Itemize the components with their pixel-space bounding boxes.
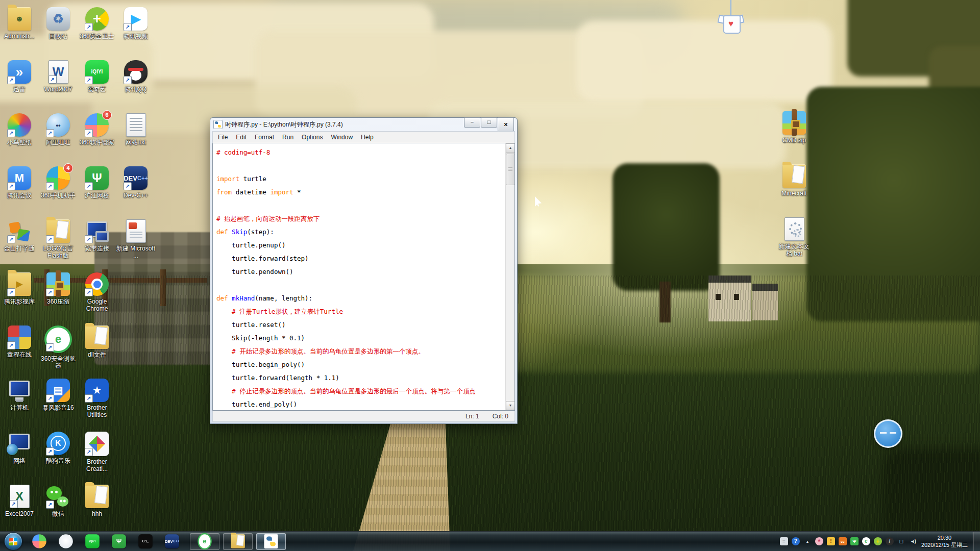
window-titlebar[interactable]: 时钟程序.py - E:\python\时钟程序.py (3.7.4) − □ … xyxy=(210,118,517,131)
desktop-icon-computer[interactable]: 计算机 xyxy=(0,379,39,411)
desktop-icon-logo-flash[interactable]: ↗LOGO语言Flash版 xyxy=(39,219,78,259)
desktop-icon-broadband[interactable]: ↗宽带连接 xyxy=(78,219,116,252)
desktop-icon-hujiang[interactable]: Ψ↗沪江网校 xyxy=(78,166,116,199)
taskbar-pinned-iqiyi[interactable]: iQIYI xyxy=(83,533,102,550)
desktop-icon-recycle-bin[interactable]: ♻回收站 xyxy=(39,7,78,40)
close-button[interactable]: × xyxy=(498,117,514,132)
notification-badge: 4 xyxy=(63,163,73,173)
tray-wallpaper-flower-icon[interactable]: * xyxy=(815,537,823,545)
desktop-icon-brother-utilities[interactable]: ★↗Brother Utilities xyxy=(78,379,116,418)
desktop-icon-kingsoft-typing[interactable]: ↗金山打字通 xyxy=(0,219,39,252)
shortcut-arrow-overlay: ↗ xyxy=(124,23,132,31)
desktop-icon-bird-wallpaper[interactable]: ↗小鸟壁纸 xyxy=(0,113,39,146)
360-float-ball[interactable] xyxy=(874,419,902,448)
heart-icon: ♥ xyxy=(728,19,733,29)
desktop-icon-tencent-film[interactable]: ▶↗腾讯影视库 xyxy=(0,272,39,305)
desktop-icon-chrome[interactable]: ↗Google Chrome xyxy=(78,272,116,312)
taskbar-open-file-explorer[interactable] xyxy=(223,533,253,550)
desktop-icon-kugou[interactable]: K↗酷狗音乐 xyxy=(39,432,78,464)
desktop-icon-aliwangwang[interactable]: ••↗阿里旺旺 xyxy=(39,113,78,146)
vertical-scrollbar[interactable]: ▲ ▼ xyxy=(505,143,514,410)
tray-keyboard-icon[interactable]: ≡ xyxy=(780,537,788,545)
taskbar-pinned-dev-cpp[interactable]: DEVC++ xyxy=(162,533,182,550)
taskbar-pinned-bird-pet[interactable] xyxy=(56,533,76,550)
show-desktop-button[interactable] xyxy=(973,532,980,551)
desktop-icon-word2007[interactable]: W↗Word2007 xyxy=(39,60,78,93)
menu-run[interactable]: Run xyxy=(278,134,298,141)
desktop-icon-label: 腾讯QQ xyxy=(116,86,155,93)
clock-date: 2020/12/15 星期二 xyxy=(921,541,968,548)
desktop-icon-brother-creative[interactable]: ↗Brother Creati... xyxy=(78,432,116,472)
desktop-icon-dev-cpp[interactable]: DEVC++↗Dev-C++ xyxy=(116,166,155,199)
tencent-video-icon: ▶↗ xyxy=(124,7,148,31)
desktop-icon-tencent-meeting[interactable]: M↗腾讯会议 xyxy=(0,166,39,199)
desktop-icon-360-manager[interactable]: ↗6360软件管家 xyxy=(78,113,116,146)
desktop-icon-xunlei[interactable]: »↗迅雷 xyxy=(0,60,39,93)
desktop-icon-360-safe[interactable]: +↗360安全卫士 xyxy=(78,7,116,40)
menu-window[interactable]: Window xyxy=(327,134,357,141)
tray-360-safe-icon[interactable]: + xyxy=(874,537,882,545)
menu-help[interactable]: Help xyxy=(357,134,378,141)
minimize-button[interactable]: − xyxy=(464,117,480,128)
code-line: turtle.begin_poly() xyxy=(216,358,502,371)
idle-editor-window[interactable]: 时钟程序.py - E:\python\时钟程序.py (3.7.4) − □ … xyxy=(210,117,518,424)
code-editor-area[interactable]: # coding=utf-8 import turtlefrom datetim… xyxy=(212,143,515,411)
tray-hujiang-icon[interactable]: Ψ xyxy=(850,537,859,545)
desktop-icon-tencent-video[interactable]: ▶↗腾讯视频 xyxy=(116,7,155,40)
desktop-icon-minecraft-folder[interactable]: Minecraft xyxy=(772,164,817,197)
tray-help-icon[interactable]: ? xyxy=(792,537,800,545)
menu-file[interactable]: File xyxy=(214,134,232,141)
desktop-icon-360-phone-helper[interactable]: ↗4360手机助手 xyxy=(39,166,78,199)
tray-wangwang-icon[interactable]: ! xyxy=(827,537,835,545)
desktop-icon-new-powerpoint[interactable]: 新建 Microsoft ... xyxy=(116,219,155,259)
tencent-qq-icon: ↗ xyxy=(124,60,148,84)
desktop-icon-label: LOGO语言Flash版 xyxy=(39,245,78,259)
desktop-icon-label: Google Chrome xyxy=(78,298,116,312)
desktop-icon-excel2007[interactable]: X↗Excel2007 xyxy=(0,485,39,517)
desktop-icon-iqiyi[interactable]: iQIYI↗爱奇艺 xyxy=(78,60,116,93)
scroll-up-arrow[interactable]: ▲ xyxy=(506,143,515,153)
taskbar-open-python-idle[interactable] xyxy=(256,533,286,550)
menu-options[interactable]: Options xyxy=(298,134,327,141)
desktop-icon-360-zip[interactable]: ↗360压缩 xyxy=(39,272,78,305)
bird-wallpaper-icon: ↗ xyxy=(8,113,31,137)
scroll-down-arrow[interactable]: ▼ xyxy=(506,401,515,410)
wechat-icon: ↗ xyxy=(46,485,70,508)
tray-360-browser-icon[interactable]: e xyxy=(862,537,870,545)
tray-satellite-icon[interactable]: / xyxy=(886,537,894,545)
desktop-icon-wechat[interactable]: ↗微信 xyxy=(39,485,78,517)
desktop-icon-baofeng[interactable]: ▤↗暴风影音16 xyxy=(39,379,78,411)
desktop-icon-360-browser[interactable]: e↗360安全浏览器 xyxy=(39,325,78,369)
taskbar-clock[interactable]: 20:30 2020/12/15 星期二 xyxy=(921,534,968,548)
taskbar-open-360-browser[interactable]: e xyxy=(190,533,219,550)
desktop-icon-website-txt[interactable]: 网站.txt xyxy=(116,113,155,146)
code-line: # 开始记录多边形的顶点。当前的乌龟位置是多边形的第一个顶点。 xyxy=(216,345,502,358)
tshirt-heart-decoration[interactable]: ♥ xyxy=(720,14,742,33)
taskbar-pinned-cmd[interactable]: C:\_ xyxy=(136,533,155,550)
desktop-icon-new-text-bat[interactable]: 新建文本文档.bat xyxy=(772,217,817,257)
maximize-button[interactable]: □ xyxy=(481,117,497,128)
desktop-icon-dll-folder[interactable]: dll文件 xyxy=(78,325,116,358)
iqiyi-icon: iQIYI xyxy=(85,534,100,548)
desktop-icon-cmd-zip[interactable]: CMD.zip xyxy=(772,111,817,144)
taskbar-pinned-360-safe[interactable] xyxy=(30,533,49,550)
scrollbar-thumb[interactable] xyxy=(506,154,515,185)
menu-edit[interactable]: Edit xyxy=(232,134,251,141)
menu-format[interactable]: Format xyxy=(251,134,278,141)
tray-volume-icon[interactable]: ◄) xyxy=(909,537,917,545)
360-safe-icon xyxy=(32,534,46,548)
tencent-film-icon: ▶↗ xyxy=(8,272,31,296)
desktop-icon-hhh-folder[interactable]: hhh xyxy=(78,485,116,517)
desktop-icon-label: 宽带连接 xyxy=(78,245,116,252)
tray-network-icon[interactable]: □ xyxy=(897,537,905,545)
tray-expand-icon[interactable]: ▲ xyxy=(803,537,812,545)
desktop-icon-network[interactable]: 网络 xyxy=(0,432,39,464)
desktop-icon-tencent-qq[interactable]: ↗腾讯QQ xyxy=(116,60,155,93)
desktop-icon-administrator[interactable]: ☻Administr... xyxy=(0,7,39,40)
start-button[interactable] xyxy=(4,532,22,550)
tray-cc4-icon[interactable]: cc xyxy=(839,537,847,545)
desktop-icon-tongcheng[interactable]: ↗童程在线 xyxy=(0,325,39,358)
python-idle-icon xyxy=(264,534,278,549)
taskbar-pinned-hujiang[interactable]: Ψ xyxy=(109,533,129,550)
hujiang-icon: Ψ xyxy=(112,534,126,548)
